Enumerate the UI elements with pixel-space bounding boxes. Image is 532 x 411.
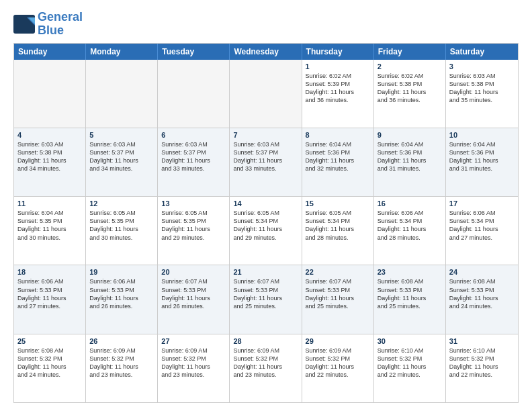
calendar-cell-11: 11Sunrise: 6:04 AMSunset: 5:35 PMDayligh… bbox=[14, 197, 86, 265]
day-number: 1 bbox=[306, 62, 370, 71]
day-number: 31 bbox=[449, 337, 515, 345]
calendar-cell-19: 19Sunrise: 6:06 AMSunset: 5:33 PMDayligh… bbox=[86, 265, 158, 333]
day-info: Sunrise: 6:02 AMSunset: 5:39 PMDaylight:… bbox=[306, 72, 370, 105]
calendar-cell-21: 21Sunrise: 6:07 AMSunset: 5:33 PMDayligh… bbox=[230, 265, 302, 333]
calendar-cell-27: 27Sunrise: 6:09 AMSunset: 5:32 PMDayligh… bbox=[158, 334, 230, 402]
day-info: Sunrise: 6:04 AMSunset: 5:36 PMDaylight:… bbox=[306, 140, 370, 173]
day-info: Sunrise: 6:06 AMSunset: 5:33 PMDaylight:… bbox=[17, 277, 82, 310]
day-number: 11 bbox=[17, 199, 82, 208]
day-info: Sunrise: 6:09 AMSunset: 5:32 PMDaylight:… bbox=[89, 347, 154, 379]
calendar-cell-26: 26Sunrise: 6:09 AMSunset: 5:32 PMDayligh… bbox=[86, 334, 158, 402]
header: General Blue bbox=[13, 11, 519, 38]
day-number: 22 bbox=[306, 268, 370, 276]
day-number: 21 bbox=[233, 268, 298, 276]
day-info: Sunrise: 6:02 AMSunset: 5:38 PMDaylight:… bbox=[378, 72, 442, 105]
calendar-cell-18: 18Sunrise: 6:06 AMSunset: 5:33 PMDayligh… bbox=[14, 265, 86, 333]
day-number: 19 bbox=[89, 268, 154, 276]
logo-text: General Blue bbox=[38, 11, 83, 38]
day-number: 6 bbox=[161, 131, 226, 139]
calendar-row-3: 11Sunrise: 6:04 AMSunset: 5:35 PMDayligh… bbox=[14, 197, 518, 265]
calendar-cell-6: 6Sunrise: 6:03 AMSunset: 5:37 PMDaylight… bbox=[158, 128, 230, 196]
calendar-cell-23: 23Sunrise: 6:08 AMSunset: 5:33 PMDayligh… bbox=[374, 265, 446, 333]
day-number: 14 bbox=[233, 199, 298, 208]
day-number: 10 bbox=[449, 131, 515, 139]
day-info: Sunrise: 6:10 AMSunset: 5:32 PMDaylight:… bbox=[378, 347, 442, 379]
day-number: 17 bbox=[449, 199, 515, 208]
calendar-cell-10: 10Sunrise: 6:04 AMSunset: 5:36 PMDayligh… bbox=[446, 128, 518, 196]
calendar-cell-31: 31Sunrise: 6:10 AMSunset: 5:32 PMDayligh… bbox=[446, 334, 518, 402]
calendar-cell-30: 30Sunrise: 6:10 AMSunset: 5:32 PMDayligh… bbox=[374, 334, 446, 402]
calendar-cell-3: 3Sunrise: 6:03 AMSunset: 5:38 PMDaylight… bbox=[446, 60, 518, 128]
day-info: Sunrise: 6:03 AMSunset: 5:37 PMDaylight:… bbox=[89, 140, 154, 173]
day-info: Sunrise: 6:05 AMSunset: 5:34 PMDaylight:… bbox=[233, 209, 298, 242]
calendar-cell-2: 2Sunrise: 6:02 AMSunset: 5:38 PMDaylight… bbox=[374, 60, 446, 128]
day-number: 18 bbox=[17, 268, 82, 276]
day-number: 30 bbox=[378, 337, 442, 345]
day-number: 27 bbox=[161, 337, 226, 345]
day-info: Sunrise: 6:07 AMSunset: 5:33 PMDaylight:… bbox=[306, 277, 370, 310]
calendar-cell-empty-1 bbox=[86, 60, 158, 128]
page: General Blue SundayMondayTuesdayWednesda… bbox=[0, 0, 532, 411]
day-number: 3 bbox=[449, 62, 515, 71]
calendar-cell-17: 17Sunrise: 6:06 AMSunset: 5:34 PMDayligh… bbox=[446, 197, 518, 265]
day-info: Sunrise: 6:08 AMSunset: 5:33 PMDaylight:… bbox=[449, 277, 515, 310]
calendar-cell-14: 14Sunrise: 6:05 AMSunset: 5:34 PMDayligh… bbox=[230, 197, 302, 265]
day-number: 4 bbox=[17, 131, 82, 139]
day-info: Sunrise: 6:06 AMSunset: 5:33 PMDaylight:… bbox=[89, 277, 154, 310]
calendar-row-4: 18Sunrise: 6:06 AMSunset: 5:33 PMDayligh… bbox=[14, 265, 518, 334]
calendar-cell-5: 5Sunrise: 6:03 AMSunset: 5:37 PMDaylight… bbox=[86, 128, 158, 196]
day-number: 23 bbox=[378, 268, 442, 276]
day-number: 5 bbox=[89, 131, 154, 139]
calendar-cell-13: 13Sunrise: 6:05 AMSunset: 5:35 PMDayligh… bbox=[158, 197, 230, 265]
header-day-thursday: Thursday bbox=[302, 44, 374, 60]
day-info: Sunrise: 6:10 AMSunset: 5:32 PMDaylight:… bbox=[449, 347, 515, 379]
calendar-cell-29: 29Sunrise: 6:09 AMSunset: 5:32 PMDayligh… bbox=[302, 334, 374, 402]
header-day-wednesday: Wednesday bbox=[230, 44, 302, 60]
calendar-header: SundayMondayTuesdayWednesdayThursdayFrid… bbox=[14, 44, 518, 60]
calendar-cell-empty-3 bbox=[230, 60, 302, 128]
calendar-row-2: 4Sunrise: 6:03 AMSunset: 5:38 PMDaylight… bbox=[14, 128, 518, 197]
calendar-cell-4: 4Sunrise: 6:03 AMSunset: 5:38 PMDaylight… bbox=[14, 128, 86, 196]
day-number: 15 bbox=[306, 199, 370, 208]
day-info: Sunrise: 6:03 AMSunset: 5:38 PMDaylight:… bbox=[17, 140, 82, 173]
calendar-body: 1Sunrise: 6:02 AMSunset: 5:39 PMDaylight… bbox=[14, 60, 518, 402]
day-number: 20 bbox=[161, 268, 226, 276]
day-number: 8 bbox=[306, 131, 370, 139]
day-info: Sunrise: 6:03 AMSunset: 5:37 PMDaylight:… bbox=[233, 140, 298, 173]
calendar-cell-9: 9Sunrise: 6:04 AMSunset: 5:36 PMDaylight… bbox=[374, 128, 446, 196]
day-info: Sunrise: 6:04 AMSunset: 5:36 PMDaylight:… bbox=[378, 140, 442, 173]
day-number: 26 bbox=[89, 337, 154, 345]
header-day-sunday: Sunday bbox=[14, 44, 86, 60]
day-info: Sunrise: 6:08 AMSunset: 5:33 PMDaylight:… bbox=[378, 277, 442, 310]
day-number: 9 bbox=[378, 131, 442, 139]
day-number: 2 bbox=[378, 62, 442, 71]
calendar-cell-25: 25Sunrise: 6:08 AMSunset: 5:32 PMDayligh… bbox=[14, 334, 86, 402]
day-number: 28 bbox=[233, 337, 298, 345]
day-number: 7 bbox=[233, 131, 298, 139]
day-info: Sunrise: 6:05 AMSunset: 5:34 PMDaylight:… bbox=[306, 209, 370, 242]
calendar: SundayMondayTuesdayWednesdayThursdayFrid… bbox=[13, 43, 519, 403]
calendar-cell-empty-0 bbox=[14, 60, 86, 128]
day-info: Sunrise: 6:08 AMSunset: 5:32 PMDaylight:… bbox=[17, 347, 82, 379]
header-day-saturday: Saturday bbox=[446, 44, 518, 60]
header-day-monday: Monday bbox=[86, 44, 158, 60]
calendar-cell-12: 12Sunrise: 6:05 AMSunset: 5:35 PMDayligh… bbox=[86, 197, 158, 265]
calendar-cell-1: 1Sunrise: 6:02 AMSunset: 5:39 PMDaylight… bbox=[302, 60, 374, 128]
logo: General Blue bbox=[13, 11, 83, 38]
header-day-tuesday: Tuesday bbox=[158, 44, 230, 60]
header-day-friday: Friday bbox=[374, 44, 446, 60]
day-number: 29 bbox=[306, 337, 370, 345]
calendar-cell-24: 24Sunrise: 6:08 AMSunset: 5:33 PMDayligh… bbox=[446, 265, 518, 333]
day-info: Sunrise: 6:05 AMSunset: 5:35 PMDaylight:… bbox=[161, 209, 226, 242]
day-info: Sunrise: 6:04 AMSunset: 5:36 PMDaylight:… bbox=[449, 140, 515, 173]
day-info: Sunrise: 6:09 AMSunset: 5:32 PMDaylight:… bbox=[306, 347, 370, 379]
logo-icon bbox=[13, 15, 35, 34]
calendar-cell-16: 16Sunrise: 6:06 AMSunset: 5:34 PMDayligh… bbox=[374, 197, 446, 265]
day-number: 12 bbox=[89, 199, 154, 208]
calendar-cell-7: 7Sunrise: 6:03 AMSunset: 5:37 PMDaylight… bbox=[230, 128, 302, 196]
calendar-row-1: 1Sunrise: 6:02 AMSunset: 5:39 PMDaylight… bbox=[14, 60, 518, 128]
calendar-cell-15: 15Sunrise: 6:05 AMSunset: 5:34 PMDayligh… bbox=[302, 197, 374, 265]
calendar-cell-22: 22Sunrise: 6:07 AMSunset: 5:33 PMDayligh… bbox=[302, 265, 374, 333]
calendar-cell-28: 28Sunrise: 6:09 AMSunset: 5:32 PMDayligh… bbox=[230, 334, 302, 402]
day-info: Sunrise: 6:06 AMSunset: 5:34 PMDaylight:… bbox=[378, 209, 442, 242]
